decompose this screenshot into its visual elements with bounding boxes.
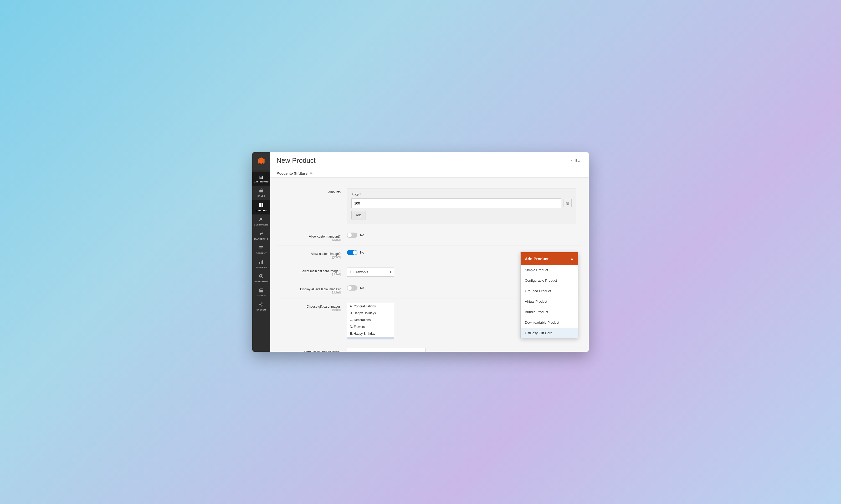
sidebar-label-dashboard: DASHBOARD [254,181,269,183]
gift-card-listbox[interactable]: A. Congratulations B. Happy Holidays C. … [347,303,394,339]
svg-rect-4 [261,205,263,207]
custom-amount-toggle-row: No [347,233,576,238]
add-product-title: Add Product [525,256,549,261]
page-header: New Product ← Ba... [270,152,589,169]
delete-price-button[interactable]: 🗑 [563,199,572,208]
sidebar-label-marketing: MARKETING [254,238,268,240]
sidebar-label-moogento: MOOGENTO [254,280,268,283]
product-type-bundle[interactable]: Bundle Product [521,307,578,317]
sales-icon [259,188,263,194]
edit-store-icon[interactable]: ✏ [310,171,313,175]
back-label: Ba... [575,159,582,162]
add-product-arrow-icon[interactable]: ▲ [570,256,574,261]
card-validity-control [347,348,576,352]
custom-image-scope: [global] [283,256,341,258]
price-input[interactable] [351,198,561,208]
list-item-fireworks[interactable]: F. Fireworks [347,337,394,339]
back-button[interactable]: ← Ba... [570,159,582,162]
product-type-gifteasy[interactable]: GiftEasy Gift Card [521,328,578,338]
stores-icon [259,288,263,293]
custom-image-label: Allow custom image? [global] [283,250,341,258]
card-validity-label: Card validity period (days) [global] [283,348,341,352]
amounts-row: Amounts Price * 🗑 [276,184,582,228]
main-image-select-wrapper: F. Fireworks A. Congratulations B. Happy… [347,267,394,277]
custom-amount-control: No [347,233,576,238]
amounts-input-row: 🗑 [351,198,572,208]
sidebar-item-catalog[interactable]: CATALOG [252,200,270,214]
card-validity-row: Card validity period (days) [global] [276,344,582,352]
custom-image-toggle[interactable] [347,250,357,255]
custom-amount-toggle[interactable] [347,233,357,238]
display-images-label: Display all available images? [global] [283,285,341,294]
dashboard-icon: ⊞ [259,175,263,180]
sidebar-label-stores: STORES [257,294,266,297]
svg-rect-6 [259,246,263,247]
sidebar-item-stores[interactable]: STORES [252,285,270,300]
custom-amount-row: Allow custom amount? [global] No [276,228,582,246]
amounts-container: Price * 🗑 Add [347,188,576,224]
svg-rect-9 [259,262,260,264]
add-price-button[interactable]: Add [351,211,366,219]
product-type-downloadable[interactable]: Downloadable Product [521,317,578,328]
reports-icon [259,259,263,265]
catalog-icon [259,202,264,209]
display-images-toggle[interactable] [347,285,357,291]
product-type-virtual[interactable]: Virtual Product [521,296,578,307]
list-item[interactable]: D. Flowers [347,323,394,330]
custom-image-value: No [360,251,364,254]
custom-amount-value: No [360,233,364,237]
svg-rect-7 [259,248,263,248]
price-label: Price [351,193,359,196]
add-product-header: Add Product ▲ [521,252,578,265]
choose-images-label: Choose gift card images [global] [283,303,341,311]
list-item[interactable]: A. Congratulations [347,303,394,310]
price-header: Price * [351,193,572,196]
sidebar-label-content: CONTENT [256,252,267,254]
page-title: New Product [276,157,316,165]
magento-logo-icon [257,157,266,166]
display-images-scope: [global] [283,291,341,294]
svg-rect-11 [262,260,263,264]
sidebar-item-customers[interactable]: CUSTOMERS [252,214,270,229]
add-price-label: Add [356,213,361,217]
sidebar-item-reports[interactable]: REPORTS [252,257,270,271]
sidebar-item-moogento[interactable]: MOOGENTO [252,271,270,285]
list-item[interactable]: B. Happy Holidays [347,310,394,317]
product-type-grouped[interactable]: Grouped Product [521,286,578,296]
back-arrow-icon: ← [570,159,574,162]
main-image-select[interactable]: F. Fireworks A. Congratulations B. Happy… [347,267,394,277]
add-product-overlay: Add Product ▲ Simple Product Configurabl… [520,252,578,338]
product-type-list: Simple Product Configurable Product Grou… [521,265,578,338]
svg-point-13 [260,275,262,277]
main-image-scope: [global] [283,273,341,276]
sidebar-label-catalog: CATALOG [256,210,267,212]
store-name: Moogento GiftEasy [276,172,308,175]
sidebar-item-dashboard[interactable]: ⊞ DASHBOARD [252,172,270,185]
card-validity-input[interactable] [347,348,426,352]
display-images-value: No [360,286,364,290]
sidebar-logo [252,152,270,170]
system-icon [259,302,263,308]
svg-rect-10 [261,261,261,264]
main-image-label: Select main gift card image * [global] [283,267,341,276]
svg-rect-0 [259,190,263,193]
sidebar-label-system: SYSTEM [257,309,266,311]
sidebar-item-sales[interactable]: SALES [252,185,270,200]
sidebar-item-content[interactable]: CONTENT [252,243,270,257]
sidebar-item-system[interactable]: SYSTEM [252,300,270,314]
sidebar-label-customers: CUSTOMERS [254,224,268,226]
sidebar-label-sales: SALES [257,195,265,197]
customers-icon [259,217,263,222]
custom-amount-scope: [global] [283,238,341,241]
product-type-configurable[interactable]: Configurable Product [521,275,578,286]
sidebar-item-marketing[interactable]: MARKETING [252,229,270,243]
svg-rect-1 [259,203,261,205]
list-item[interactable]: E. Happy Birthday [347,330,394,337]
list-item[interactable]: C. Decorations [347,317,394,323]
svg-rect-2 [261,203,263,205]
product-type-simple[interactable]: Simple Product [521,265,578,275]
amounts-control: Price * 🗑 Add [347,188,576,224]
choose-images-scope: [global] [283,308,341,311]
trash-icon: 🗑 [566,201,569,205]
sidebar-label-reports: REPORTS [256,266,267,269]
